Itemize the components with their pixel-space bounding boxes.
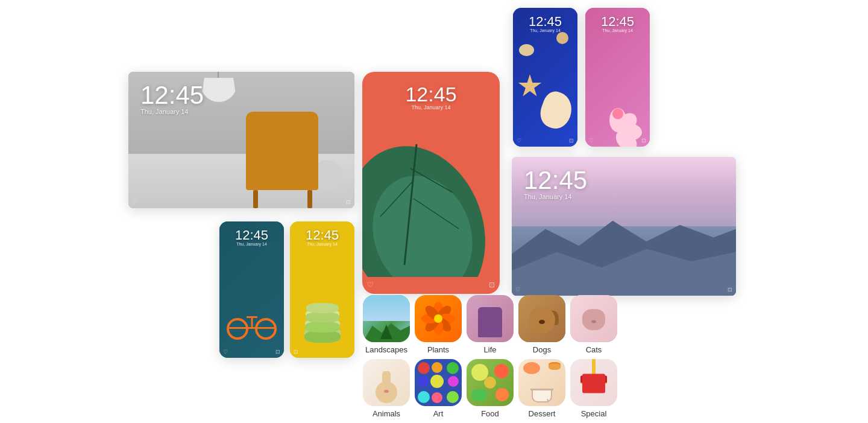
dessert-orange-slice-icon xyxy=(523,362,540,374)
landscapes-label: Landscapes xyxy=(365,345,407,354)
plants-thumbnail[interactable] xyxy=(415,295,462,342)
heart-icon: ♡ xyxy=(589,138,594,144)
landscapes-thumbnail[interactable] xyxy=(363,295,410,342)
camera-icon: ⊡ xyxy=(569,138,574,144)
mockup-bottom-icons: ♡ ⊡ xyxy=(585,138,650,144)
categories-section: Landscapes xyxy=(362,295,618,418)
mockup-pink-flower[interactable]: 12:45 Thu, January 14 ♡ ⊡ xyxy=(585,8,650,147)
camera-icon: ⊡ xyxy=(346,199,351,205)
art-dot5 xyxy=(430,375,444,388)
life-chair-icon xyxy=(478,316,502,337)
small-shell-icon xyxy=(556,32,568,44)
dessert-thumbnail[interactable] xyxy=(518,359,565,406)
life-label: Life xyxy=(484,345,497,354)
cat-nose-icon xyxy=(591,320,596,323)
art-dot8 xyxy=(432,392,442,403)
category-cats[interactable]: Cats xyxy=(569,295,618,354)
category-plants[interactable]: Plants xyxy=(414,295,463,354)
category-dessert[interactable]: Dessert xyxy=(517,359,567,418)
special-label: Special xyxy=(581,409,607,418)
mockup-chair[interactable]: 12:45 Thu, January 14 ♡ ⊡ xyxy=(128,72,354,208)
heart-icon: ♡ xyxy=(517,138,521,144)
macaron1-icon xyxy=(304,331,341,343)
art-dot3 xyxy=(447,362,459,374)
mockup-bottom-icons: ♡ ⊡ xyxy=(512,287,736,293)
mockup-mountains[interactable]: 12:45 Thu, January 14 ♡ ⊡ xyxy=(512,157,736,296)
camera-icon: ⊡ xyxy=(275,349,280,355)
camera-icon: ⊡ xyxy=(294,349,298,355)
dessert-saucer-icon xyxy=(530,389,553,390)
art-dot7 xyxy=(418,391,430,403)
clock-date: Thu, January 14 xyxy=(236,242,267,246)
macaron4-icon xyxy=(306,303,339,313)
clock-time: 12:45 xyxy=(524,168,587,193)
dogs-label: Dogs xyxy=(533,345,551,354)
clock-time: 12:45 xyxy=(601,15,634,28)
mockup-bottom-icons: ♡ ⊡ xyxy=(513,138,577,144)
special-thumbnail[interactable] xyxy=(570,359,617,406)
wallpaper-gallery-scene: 12:45 Thu, January 14 ♡ ⊡ xyxy=(0,0,868,423)
category-dogs[interactable]: Dogs xyxy=(517,295,567,354)
dessert-cup-icon xyxy=(532,389,552,402)
clock-display: 12:45 Thu, January 14 xyxy=(585,15,650,33)
category-row-1: Landscapes xyxy=(362,295,618,354)
clock-date: Thu, January 14 xyxy=(530,28,561,33)
animals-thumbnail[interactable] xyxy=(363,359,410,406)
clock-display: 12:45 Thu, January 14 xyxy=(140,83,204,115)
life-thumbnail[interactable] xyxy=(467,295,514,342)
clock-date: Thu, January 14 xyxy=(602,28,633,33)
camera-icon: ⊡ xyxy=(489,281,495,289)
food-cucumber-icon xyxy=(471,389,487,401)
chair-body-icon xyxy=(246,136,318,190)
heart-icon: ♡ xyxy=(223,349,228,355)
category-food[interactable]: Food xyxy=(465,359,515,418)
mockup-bike[interactable]: 12:45 Thu, January 14 ♡ ⊡ xyxy=(219,221,284,358)
cats-thumbnail[interactable] xyxy=(570,295,617,342)
bike-wheel-left-icon xyxy=(227,318,248,340)
cats-label: Cats xyxy=(586,345,602,354)
mockup-blue-shells[interactable]: 12:45 Thu, January 14 ♡ ⊡ xyxy=(513,8,577,147)
macaron3-icon xyxy=(306,312,339,323)
tree-icon xyxy=(380,325,392,339)
category-animals[interactable]: Animals xyxy=(362,359,411,418)
dog-nose-icon xyxy=(539,320,545,324)
mockup-leaf[interactable]: 12:45 Thu, January 14 ♡ ⊡ xyxy=(362,72,500,294)
clock-date: Thu, January 14 xyxy=(307,242,338,246)
flower-group-icon xyxy=(612,117,623,122)
food-thumbnail[interactable] xyxy=(467,359,514,406)
clock-time: 12:45 xyxy=(529,15,562,28)
heart-icon: ♡ xyxy=(132,199,137,205)
art-dot2 xyxy=(432,362,442,373)
category-life[interactable]: Life xyxy=(465,295,515,354)
bunny-nose-icon xyxy=(384,390,389,393)
clock-display: 12:45 Thu, January 14 xyxy=(219,229,284,246)
category-landscapes[interactable]: Landscapes xyxy=(362,295,411,354)
mockup-bottom-icons: ♡ ⊡ xyxy=(219,349,284,355)
clock-display: 12:45 Thu, January 14 xyxy=(513,15,577,33)
dogs-thumbnail[interactable] xyxy=(518,295,565,342)
dessert-label: Dessert xyxy=(529,409,556,418)
mockup-macaron[interactable]: 12:45 Thu, January 14 ⊡ xyxy=(290,221,354,358)
category-special[interactable]: Special xyxy=(569,359,618,418)
category-art[interactable]: Art xyxy=(414,359,463,418)
clock-display: 12:45 Thu, January 14 xyxy=(524,168,587,200)
dessert-macaron-icon xyxy=(549,364,561,370)
landscape-sky-deco xyxy=(363,295,410,321)
art-dot1 xyxy=(418,362,430,374)
macaron2-icon xyxy=(305,322,340,332)
animals-label: Animals xyxy=(373,409,400,418)
category-row-2: Animals xyxy=(362,359,618,418)
gift-box-icon xyxy=(582,374,605,393)
art-thumbnail[interactable] xyxy=(415,359,462,406)
food-label: Food xyxy=(481,409,499,418)
food-tomato-icon xyxy=(494,364,509,378)
shell2-icon xyxy=(519,44,534,56)
food-center-icon xyxy=(484,377,496,389)
clock-display: 12:45 Thu, January 14 xyxy=(362,84,500,110)
bike-stem-icon xyxy=(251,317,253,329)
plants-label: Plants xyxy=(427,345,449,354)
camera-icon: ⊡ xyxy=(728,287,732,293)
clock-date: Thu, January 14 xyxy=(411,104,450,110)
clock-display: 12:45 Thu, January 14 xyxy=(290,229,354,246)
clock-time: 12:45 xyxy=(306,229,339,242)
